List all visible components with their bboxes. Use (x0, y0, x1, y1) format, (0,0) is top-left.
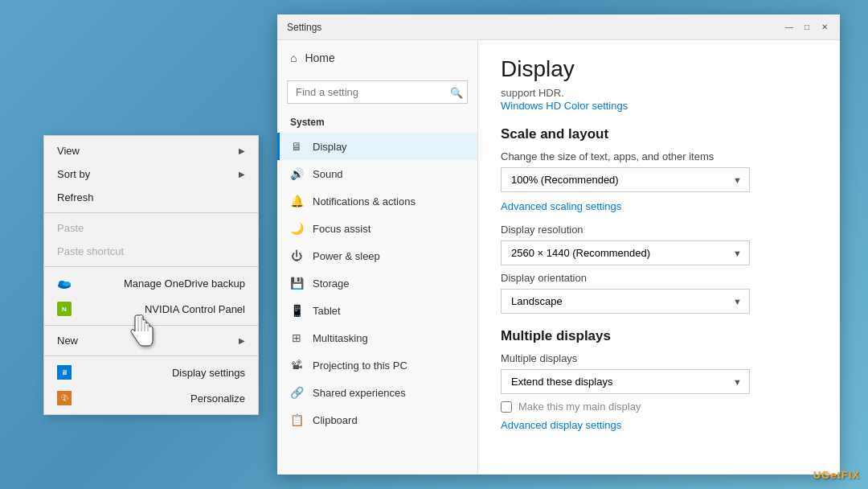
orientation-label: Display orientation (501, 272, 817, 284)
hdr-link[interactable]: Windows HD Color settings (501, 100, 817, 112)
sidebar-item-power-label: Power & sleep (313, 250, 380, 262)
sidebar-item-tablet[interactable]: 📱 Tablet (277, 297, 477, 324)
menu-section-new: New ▶ (44, 326, 258, 356)
menu-item-view[interactable]: View ▶ (44, 139, 258, 162)
sidebar-item-tablet-label: Tablet (313, 305, 341, 317)
projecting-nav-icon: 📽 (290, 359, 303, 372)
sidebar-item-sound-label: Sound (313, 168, 343, 180)
display-nav-icon: 🖥 (290, 140, 303, 153)
svg-point-2 (63, 281, 71, 286)
menu-new-label: New (57, 335, 78, 347)
multiple-dropdown-wrap: Extend these displays ▼ (501, 369, 750, 394)
shared-nav-icon: 🔗 (290, 386, 303, 399)
menu-section-paste: Paste Paste shortcut (44, 213, 258, 267)
window-controls: — □ ✕ (784, 22, 830, 33)
watermark-highlight: etFIX (830, 469, 860, 481)
window-title: Settings (287, 22, 321, 33)
sidebar-item-storage-label: Storage (313, 277, 350, 290)
menu-item-refresh[interactable]: Refresh (44, 186, 258, 209)
context-menu: View ▶ Sort by ▶ Refresh Paste Paste sho… (43, 135, 259, 415)
sidebar-item-notifications[interactable]: 🔔 Notifications & actions (277, 187, 477, 215)
clipboard-nav-icon: 📋 (290, 413, 303, 426)
main-display-checkbox[interactable] (501, 401, 512, 413)
sidebar-item-clipboard[interactable]: 📋 Clipboard (277, 406, 477, 434)
sidebar-item-projecting[interactable]: 📽 Projecting to this PC (277, 351, 477, 379)
menu-paste-shortcut-label: Paste shortcut (57, 245, 124, 257)
onedrive-icon (57, 276, 72, 290)
settings-body: ⌂ Home 🔍 System 🖥 Display 🔊 Sound 🔔 Noti… (277, 40, 840, 475)
power-nav-icon: ⏻ (290, 249, 303, 262)
main-display-label: Make this my main display (518, 401, 641, 413)
minimize-button[interactable]: — (784, 22, 795, 33)
menu-paste-label: Paste (57, 222, 84, 234)
resolution-dropdown[interactable]: 2560 × 1440 (Recommended) (501, 240, 750, 265)
sidebar-item-focus-label: Focus assist (313, 223, 371, 235)
sidebar-item-power[interactable]: ⏻ Power & sleep (277, 242, 477, 269)
search-container: 🔍 (287, 80, 468, 104)
sidebar-item-multitasking-label: Multitasking (313, 332, 368, 344)
menu-item-display-settings[interactable]: 🖥 Display settings (44, 360, 258, 385)
menu-section-special: Manage OneDrive backup N NVIDIA Control … (44, 267, 258, 326)
menu-item-sortby[interactable]: Sort by ▶ (44, 162, 258, 186)
advanced-display-link[interactable]: Advanced display settings (501, 419, 621, 431)
personalize-icon-wrap: 🎨 (57, 391, 72, 405)
sidebar-item-shared-label: Shared experiences (313, 387, 406, 399)
home-icon: ⌂ (290, 51, 297, 64)
multiple-dropdown[interactable]: Extend these displays (501, 369, 750, 394)
multitasking-nav-icon: ⊞ (290, 331, 303, 344)
home-label: Home (305, 51, 334, 64)
sidebar-item-storage[interactable]: 💾 Storage (277, 269, 477, 297)
focus-nav-icon: 🌙 (290, 222, 303, 235)
nvidia-icon-wrap: N (57, 302, 72, 316)
sortby-arrow-icon: ▶ (239, 170, 245, 179)
sidebar-item-display-label: Display (313, 141, 347, 153)
close-button[interactable]: ✕ (819, 22, 830, 33)
system-label: System (277, 109, 477, 133)
sidebar-item-sound[interactable]: 🔊 Sound (277, 160, 477, 187)
menu-item-paste[interactable]: Paste (44, 216, 258, 240)
sound-nav-icon: 🔊 (290, 167, 303, 180)
sidebar: ⌂ Home 🔍 System 🖥 Display 🔊 Sound 🔔 Noti… (277, 40, 478, 475)
sidebar-item-projecting-label: Projecting to this PC (313, 360, 407, 372)
sidebar-item-multitasking[interactable]: ⊞ Multitasking (277, 324, 477, 351)
sidebar-item-display[interactable]: 🖥 Display (277, 133, 477, 160)
maximize-button[interactable]: □ (801, 22, 813, 33)
orientation-dropdown-wrap: Landscape ▼ (501, 289, 750, 314)
menu-section-bottom: 🖥 Display settings 🎨 Personalize (44, 356, 258, 414)
menu-item-new[interactable]: New ▶ (44, 329, 258, 352)
title-bar: Settings — □ ✕ (277, 14, 840, 40)
sidebar-item-shared[interactable]: 🔗 Shared experiences (277, 379, 477, 406)
display-icon-wrap: 🖥 (57, 365, 72, 380)
sidebar-home[interactable]: ⌂ Home (277, 40, 477, 76)
sidebar-item-clipboard-label: Clipboard (313, 414, 358, 426)
sidebar-item-focus[interactable]: 🌙 Focus assist (277, 215, 477, 242)
view-arrow-icon: ▶ (239, 146, 245, 155)
nvidia-icon: N (57, 302, 72, 316)
personalize-icon: 🎨 (57, 391, 72, 405)
menu-item-onedrive[interactable]: Manage OneDrive backup (44, 270, 258, 296)
search-input[interactable] (287, 80, 468, 104)
watermark-text: UG (813, 469, 831, 481)
page-title: Display (501, 56, 817, 82)
menu-item-nvidia[interactable]: N NVIDIA Control Panel (44, 296, 258, 322)
menu-display-settings-label: Display settings (172, 367, 245, 379)
menu-refresh-label: Refresh (57, 191, 94, 203)
scale-section-title: Scale and layout (501, 126, 817, 142)
menu-item-paste-shortcut[interactable]: Paste shortcut (44, 240, 258, 263)
multiple-label: Multiple displays (501, 352, 817, 364)
search-icon: 🔍 (450, 86, 463, 98)
scale-dropdown[interactable]: 100% (Recommended) (501, 167, 750, 192)
menu-view-label: View (57, 145, 80, 157)
resolution-dropdown-wrap: 2560 × 1440 (Recommended) ▼ (501, 240, 750, 265)
orientation-dropdown[interactable]: Landscape (501, 289, 750, 314)
multiple-section-title: Multiple displays (501, 328, 817, 344)
menu-item-personalize[interactable]: 🎨 Personalize (44, 385, 258, 411)
advanced-scaling-link[interactable]: Advanced scaling settings (501, 200, 621, 212)
new-arrow-icon: ▶ (239, 336, 245, 345)
resolution-label: Display resolution (501, 224, 817, 236)
sidebar-item-notifications-label: Notifications & actions (313, 195, 416, 208)
menu-sortby-label: Sort by (57, 168, 90, 180)
menu-nvidia-label: NVIDIA Control Panel (145, 303, 245, 315)
tablet-nav-icon: 📱 (290, 304, 303, 317)
watermark: UGetFIX (813, 469, 860, 481)
